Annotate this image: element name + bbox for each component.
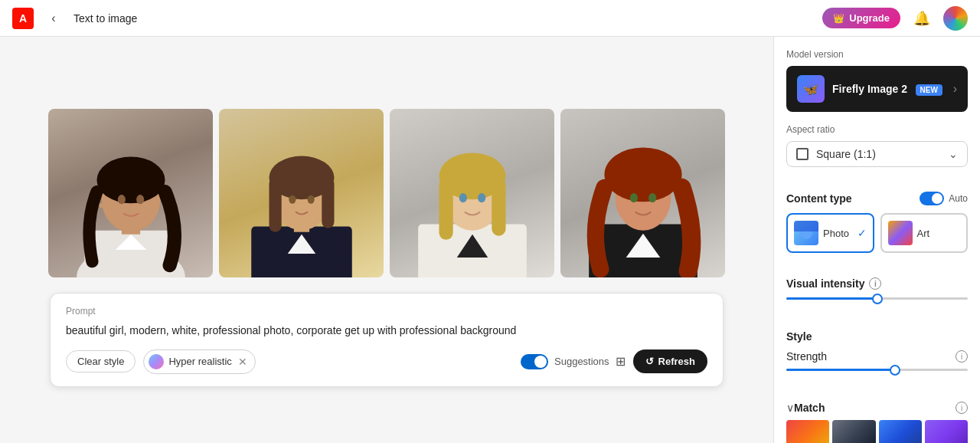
expand-match-icon[interactable]: ∨	[786, 402, 794, 414]
svg-point-33	[648, 193, 656, 202]
refresh-icon: ↺	[645, 356, 654, 367]
chevron-right-icon: ›	[953, 82, 957, 96]
visual-intensity-label: Visual intensity	[786, 277, 864, 290]
auto-label: Auto	[949, 193, 968, 204]
photo-thumb	[794, 221, 818, 245]
topbar-right: Upgrade 🔔	[822, 6, 968, 31]
generated-image-1[interactable]	[48, 109, 213, 277]
match-section: ∨ Match i	[786, 402, 968, 443]
suggestions-toggle-switch[interactable]	[521, 354, 548, 369]
aspect-ratio-select[interactable]: Square (1:1) ⌄	[786, 141, 968, 167]
toggle-knob	[534, 356, 547, 368]
match-thumb-4[interactable]	[925, 420, 968, 443]
model-version-label: Model version	[786, 49, 968, 60]
model-name: Firefly Image 2	[832, 83, 907, 95]
suggestions-label: Suggestions	[554, 356, 609, 367]
style-section: Style Strength i	[786, 330, 968, 377]
back-button[interactable]: ‹	[43, 8, 64, 29]
svg-point-25	[459, 193, 466, 202]
center-content: Prompt beautiful girl, modern, white, pr…	[0, 37, 773, 443]
svg-point-6	[117, 195, 125, 204]
prompt-text: beautiful girl, modern, white, professio…	[66, 323, 707, 339]
generated-image-2[interactable]	[219, 109, 384, 277]
strength-label: Strength	[786, 350, 827, 363]
strength-row: Strength i	[786, 350, 968, 363]
suggestions-toggle: Suggestions ⊞	[521, 354, 626, 369]
notifications-icon[interactable]: 🔔	[910, 6, 934, 31]
content-option-photo[interactable]: Photo ✓	[786, 213, 874, 253]
photo-label: Photo	[823, 228, 849, 239]
hyper-realistic-label: Hyper realistic	[168, 356, 231, 367]
svg-point-16	[289, 195, 296, 204]
photo-check-icon: ✓	[858, 227, 867, 239]
svg-point-7	[136, 195, 144, 204]
visual-intensity-slider-fill	[786, 297, 877, 300]
art-label: Art	[917, 228, 930, 239]
adobe-logo-icon: A	[12, 8, 34, 29]
model-new-badge: NEW	[916, 84, 942, 96]
content-option-art[interactable]: Art	[880, 213, 969, 253]
close-hyper-realistic-button[interactable]: ✕	[238, 356, 247, 368]
topbar: A ‹ Text to image Upgrade 🔔	[0, 0, 980, 37]
hyper-realistic-icon	[149, 354, 164, 369]
strength-slider-fill	[786, 369, 895, 371]
match-thumbnails	[786, 420, 968, 443]
auto-toggle: Auto	[920, 192, 968, 205]
match-thumb-3[interactable]	[879, 420, 922, 443]
match-info-icon[interactable]: i	[956, 402, 968, 414]
strength-slider-track	[786, 369, 968, 371]
visual-intensity-info-icon[interactable]: i	[869, 277, 881, 290]
style-label: Style	[786, 330, 968, 343]
match-thumb-1[interactable]	[786, 420, 829, 443]
prompt-box: Prompt beautiful girl, modern, white, pr…	[50, 293, 724, 387]
page-title: Text to image	[74, 12, 137, 25]
suggestions-icon: ⊞	[616, 354, 626, 369]
generated-image-4[interactable]	[560, 109, 725, 277]
chevron-down-icon: ⌄	[949, 148, 958, 160]
clear-style-button[interactable]: Clear style	[66, 350, 136, 372]
aspect-ratio-label: Aspect ratio	[786, 124, 968, 135]
content-type-section: Content type Auto Photo ✓	[786, 192, 968, 253]
content-type-header: Content type Auto	[786, 192, 968, 205]
svg-point-31	[604, 148, 681, 202]
svg-point-32	[629, 193, 637, 202]
generated-image-3[interactable]	[390, 109, 554, 277]
model-card-text: Firefly Image 2 NEW	[832, 82, 946, 96]
model-version-section: Model version 🦋 Firefly Image 2 NEW ›	[786, 49, 968, 112]
avatar[interactable]	[943, 6, 968, 31]
content-type-label: Content type	[786, 192, 852, 205]
main-layout: Prompt beautiful girl, modern, white, pr…	[0, 37, 980, 443]
model-version-card[interactable]: 🦋 Firefly Image 2 NEW ›	[786, 66, 968, 112]
right-sidebar: Model version 🦋 Firefly Image 2 NEW › As…	[773, 37, 980, 443]
upgrade-button[interactable]: Upgrade	[822, 8, 900, 28]
svg-point-5	[96, 157, 165, 204]
svg-point-17	[307, 195, 314, 204]
refresh-button[interactable]: ↺ Refresh	[633, 349, 707, 373]
strength-slider-thumb[interactable]	[890, 365, 900, 376]
auto-toggle-switch[interactable]	[920, 192, 944, 205]
mini-toggle-knob	[932, 193, 942, 204]
svg-point-26	[478, 193, 485, 202]
svg-rect-14	[269, 178, 281, 232]
square-icon	[796, 148, 808, 160]
prompt-label: Prompt	[66, 306, 707, 317]
aspect-ratio-section: Aspect ratio Square (1:1) ⌄	[786, 124, 968, 167]
prompt-actions: Clear style Hyper realistic ✕ Suggestion…	[66, 349, 707, 374]
art-thumb	[888, 221, 913, 245]
visual-intensity-slider-track	[786, 297, 968, 300]
visual-intensity-slider-thumb[interactable]	[872, 294, 883, 304]
refresh-label: Refresh	[658, 356, 695, 367]
match-label: Match	[794, 402, 825, 414]
strength-info-icon[interactable]: i	[956, 350, 968, 363]
image-grid	[48, 109, 725, 277]
match-row: ∨ Match i	[786, 402, 968, 414]
svg-point-8	[99, 203, 103, 208]
svg-rect-23	[439, 178, 452, 240]
visual-intensity-title: Visual intensity i	[786, 277, 968, 290]
hyper-realistic-tag[interactable]: Hyper realistic ✕	[143, 349, 255, 374]
svg-rect-15	[322, 178, 334, 228]
visual-intensity-section: Visual intensity i	[786, 277, 968, 306]
firefly-icon: 🦋	[797, 75, 825, 103]
svg-rect-24	[492, 178, 505, 236]
match-thumb-2[interactable]	[832, 420, 875, 443]
